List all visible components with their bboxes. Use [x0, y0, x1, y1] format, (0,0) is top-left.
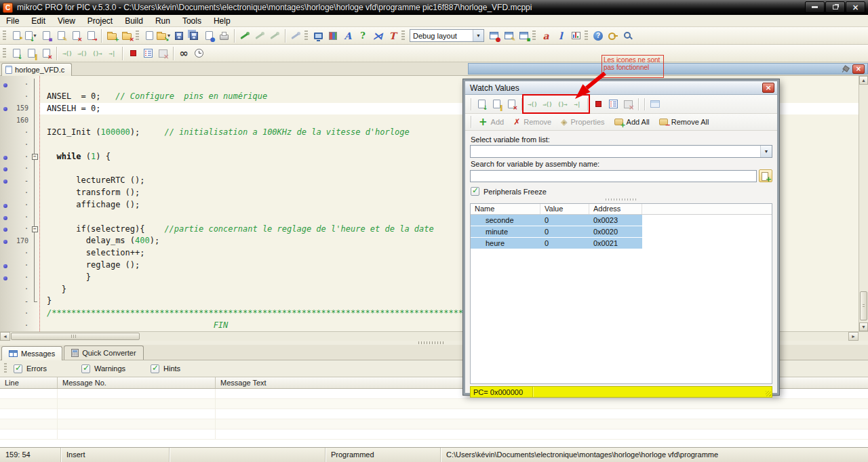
help-icon[interactable]: ? — [591, 28, 606, 43]
chevron-down-icon[interactable]: ▼ — [473, 30, 484, 41]
fold-collapse-icon[interactable]: − — [32, 226, 38, 232]
filter-warnings[interactable]: Warnings — [81, 364, 151, 373]
column-value[interactable]: Value — [540, 204, 589, 214]
active-comment-icon[interactable]: a — [538, 28, 553, 43]
eeprom-editor-icon[interactable] — [326, 28, 340, 43]
peripherals-freeze-checkbox[interactable] — [471, 187, 479, 196]
peripherals-freeze-option[interactable]: Peripherals Freeze — [471, 187, 772, 196]
watch-row[interactable]: seconde00x0023 — [471, 215, 772, 226]
menu-item-file[interactable]: File — [0, 16, 25, 26]
wv-run-pause-icon[interactable]: ‖ — [489, 97, 504, 112]
close-button[interactable]: × — [846, 1, 865, 13]
tab-messages[interactable]: Messages — [1, 346, 62, 360]
set-layout-icon[interactable]: ▪ — [516, 28, 531, 43]
tab-quick-converter[interactable]: Quick Converter — [64, 345, 143, 360]
menu-item-edit[interactable]: Edit — [25, 16, 52, 26]
hints-checkbox[interactable] — [151, 364, 159, 373]
breakpoint-dot-icon[interactable] — [3, 204, 7, 208]
errors-checkbox[interactable] — [14, 364, 22, 373]
add-file-to-project-icon[interactable]: + — [104, 28, 119, 43]
wv-run-to-cursor-icon[interactable]: →| — [570, 97, 585, 112]
tab-horloge-vfd[interactable]: horloge_VFD.c — [1, 63, 72, 76]
wv-breakpoints-window-icon[interactable] — [606, 97, 620, 112]
breakpoint-dot-icon[interactable] — [3, 167, 7, 171]
scroll-down-icon[interactable]: ▼ — [859, 322, 868, 331]
breakpoint-dot-icon[interactable] — [3, 216, 7, 220]
goto-line-icon[interactable]: l — [553, 28, 568, 43]
save-file-icon[interactable] — [172, 28, 186, 43]
horizontal-scroll-thumb[interactable] — [11, 333, 140, 340]
properties-button[interactable]: ◈Properties — [556, 118, 609, 126]
export-project-icon[interactable]: → — [83, 28, 98, 43]
watch-row[interactable]: heure00x0021 — [471, 238, 772, 249]
save-all-files-icon[interactable] — [186, 28, 201, 43]
close-project-icon[interactable]: × — [68, 28, 83, 43]
clear-breakpoints-icon[interactable] — [155, 46, 170, 61]
menu-item-tools[interactable]: Tools — [176, 16, 208, 26]
run-pause-debugger-icon[interactable]: ‖ — [24, 46, 39, 61]
filter-errors[interactable]: Errors — [14, 364, 81, 373]
add-button[interactable]: +Add — [474, 118, 509, 126]
remove-button[interactable]: ✗Remove — [509, 118, 556, 126]
editor-vertical-scrollbar[interactable]: ▲ ▼ — [859, 76, 868, 331]
usart-terminal-icon[interactable] — [311, 28, 326, 43]
ascii-chart-icon[interactable]: A — [340, 28, 355, 43]
restore-button[interactable] — [825, 1, 845, 13]
statistics-icon[interactable] — [568, 28, 583, 43]
scroll-right-icon[interactable]: ► — [848, 332, 859, 341]
column-name[interactable]: Name — [471, 204, 540, 214]
add-variable-icon[interactable] — [759, 169, 772, 182]
fold-collapse-icon[interactable]: − — [32, 154, 38, 160]
wv-step-out-icon[interactable]: ()→ — [555, 97, 570, 112]
toggle-breakpoint-icon[interactable] — [125, 46, 140, 61]
breakpoint-dot-icon[interactable] — [3, 83, 7, 87]
step-over-icon[interactable]: ⇒() — [75, 46, 90, 61]
wv-clear-breakpoints-icon[interactable] — [620, 97, 635, 112]
stop-debugger-icon[interactable]: × — [39, 46, 54, 61]
breakpoint-dot-icon[interactable] — [3, 180, 7, 184]
watch-row[interactable]: minute00x0020 — [471, 226, 772, 238]
breakpoint-dot-icon[interactable] — [3, 107, 7, 111]
wv-stop-debugger-icon[interactable]: × — [504, 97, 519, 112]
start-debugger-icon[interactable]: ↓ — [9, 46, 24, 61]
column-address[interactable]: Address — [589, 204, 642, 214]
watch-window-icon[interactable]: ∞ — [176, 46, 191, 61]
print-icon[interactable] — [216, 28, 231, 43]
menu-item-build[interactable]: Build — [119, 16, 149, 26]
layout-combobox[interactable]: Debug layout ▼ — [410, 29, 484, 42]
breakpoint-dot-icon[interactable] — [3, 240, 7, 244]
edit-layout-icon[interactable]: ✎ — [501, 28, 516, 43]
menu-item-run[interactable]: Run — [149, 16, 176, 26]
scroll-up-icon[interactable]: ▲ — [859, 76, 868, 85]
pin-icon[interactable] — [840, 63, 851, 75]
new-file-icon[interactable] — [142, 28, 157, 43]
open-project-icon[interactable]: ↓▼ — [24, 28, 39, 43]
breakpoint-dot-icon[interactable] — [3, 228, 7, 232]
remove-file-from-project-icon[interactable]: × — [119, 28, 134, 43]
dialog-splitter-grip[interactable] — [606, 198, 637, 201]
save-layout-icon[interactable]: ● — [486, 28, 501, 43]
breakpoints-window-icon[interactable] — [140, 46, 155, 61]
dialog-close-icon[interactable]: × — [762, 83, 774, 93]
menu-item-view[interactable]: View — [52, 16, 81, 26]
rebuild-all-icon[interactable] — [252, 28, 267, 43]
remove-all-button[interactable]: −Remove All — [654, 118, 714, 126]
vertical-scroll-thumb[interactable] — [860, 291, 867, 320]
wv-window-icon[interactable] — [648, 97, 663, 112]
context-help-icon[interactable] — [620, 28, 635, 43]
build-all-projects-icon[interactable] — [267, 28, 282, 43]
quick-help-icon[interactable]: ? — [355, 28, 370, 43]
editor-close-icon[interactable]: × — [852, 64, 865, 74]
scroll-left-icon[interactable]: ◄ — [0, 332, 10, 341]
column-line[interactable]: Line — [0, 377, 58, 388]
minimize-button[interactable] — [805, 1, 825, 13]
wv-start-debugger-icon[interactable]: ↓ — [474, 97, 489, 112]
wv-toggle-breakpoint-icon[interactable] — [591, 97, 606, 112]
breakpoint-dot-icon[interactable] — [3, 276, 7, 280]
wv-step-into-icon[interactable]: →() — [525, 97, 540, 112]
assembly-name-input[interactable] — [470, 170, 757, 182]
license-key-icon[interactable] — [606, 28, 620, 43]
open-file-icon[interactable]: ↘▼ — [157, 28, 172, 43]
variable-combobox[interactable]: ▼ — [470, 145, 772, 158]
warnings-checkbox[interactable] — [81, 364, 90, 373]
